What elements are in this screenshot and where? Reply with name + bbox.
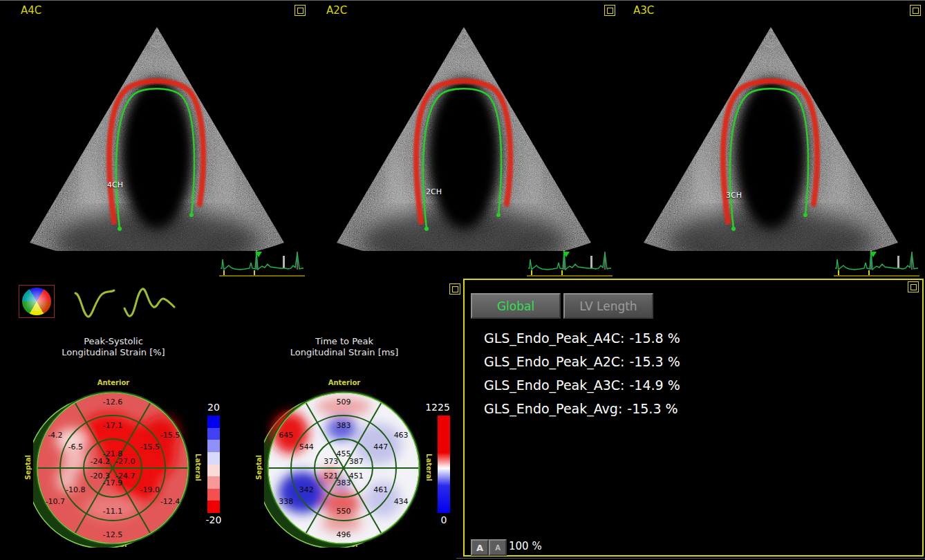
segment-value: 463 bbox=[394, 431, 409, 440]
maximize-icon-inner bbox=[607, 8, 613, 14]
tab-lv-length[interactable]: LV Length bbox=[563, 293, 653, 319]
gls-result-a4c: GLS_Endo_Peak_A4C:-15.8 % bbox=[484, 326, 680, 350]
strain-colorbar bbox=[207, 416, 220, 513]
ttp-colorbar bbox=[438, 416, 450, 513]
window-bottom-edge bbox=[456, 558, 925, 559]
panel-restore-icon-right[interactable] bbox=[908, 281, 919, 292]
colorbar-max-label: 1225 bbox=[422, 402, 453, 413]
maximize-icon-a3c[interactable] bbox=[604, 5, 615, 16]
chamber-label-2ch: 2CH bbox=[426, 187, 442, 196]
strain-curve-icon bbox=[71, 283, 117, 322]
segment-value: 434 bbox=[394, 497, 409, 506]
segment-value: 338 bbox=[279, 497, 293, 506]
color-wheel bbox=[22, 288, 51, 315]
segment-value: -17.1 bbox=[103, 421, 122, 430]
segment-value: 550 bbox=[337, 507, 351, 516]
segment-value: 373 bbox=[324, 456, 338, 465]
ecg-trace bbox=[527, 248, 613, 277]
septal-label: Septal bbox=[255, 455, 263, 480]
ttp-chart-title: Time to Peak Longitudinal Strain [ms] bbox=[257, 336, 431, 358]
segment-value: 383 bbox=[337, 421, 351, 430]
maximize-icon-inner bbox=[913, 8, 919, 14]
gls-result-a2c: GLS_Endo_Peak_A2C:-15.3 % bbox=[484, 350, 680, 373]
gls-results: GLS_Endo_Peak_A4C:-15.8 % GLS_Endo_Peak_… bbox=[484, 326, 680, 420]
segment-value: 496 bbox=[337, 530, 351, 539]
maximize-icon-right[interactable] bbox=[910, 5, 921, 16]
view-title-a2c: A2C bbox=[326, 4, 347, 17]
ecg-trace bbox=[834, 248, 919, 277]
font-size-small-button[interactable]: A bbox=[489, 539, 507, 556]
maximize-icon-a2c[interactable] bbox=[295, 5, 306, 16]
segment-value: -12.6 bbox=[103, 398, 122, 407]
view-title-a3c: A3C bbox=[633, 4, 654, 17]
segment-value: 544 bbox=[299, 442, 314, 451]
restore-icon-inner bbox=[452, 286, 458, 292]
chamber-label-4ch: 4CH bbox=[107, 180, 123, 189]
segment-value: 387 bbox=[349, 456, 364, 465]
segment-value: 447 bbox=[373, 442, 388, 451]
strain-bullseye-chart: -21.8-24.2-20.3-17.9-24.7-27.0-17.1-6.5-… bbox=[33, 389, 192, 548]
colorbar-min-label: -20 bbox=[199, 514, 228, 525]
segment-value: 342 bbox=[299, 485, 314, 494]
strain-chart-title: Peak-Systolic Longitudinal Strain [%] bbox=[26, 336, 200, 358]
colorbar-min-label: 0 bbox=[431, 514, 456, 525]
restore-icon-inner bbox=[910, 284, 917, 290]
window-top-edge bbox=[0, 0, 925, 1]
segment-value: -24.7 bbox=[115, 471, 135, 480]
gls-result-a3c: GLS_Endo_Peak_A3C:-14.9 % bbox=[484, 373, 680, 397]
lateral-label: Lateral bbox=[194, 454, 202, 481]
velocity-curve-icon bbox=[122, 283, 177, 322]
segment-value: 645 bbox=[279, 431, 293, 440]
segment-value: -12.4 bbox=[160, 497, 180, 506]
segment-value: -6.5 bbox=[68, 442, 83, 451]
anterior-label: Anterior bbox=[257, 379, 431, 386]
view-title-a4c: A4C bbox=[21, 4, 41, 17]
chamber-label-3ch: 3CH bbox=[726, 191, 742, 200]
segment-value: 461 bbox=[373, 485, 388, 494]
segment-value: 451 bbox=[349, 471, 364, 480]
panel-restore-icon-left[interactable] bbox=[449, 283, 460, 295]
font-size-large-button[interactable]: A bbox=[471, 539, 489, 556]
gls-result-avg: GLS_Endo_Peak_Avg:-15.3 % bbox=[484, 397, 680, 420]
tab-global[interactable]: Global bbox=[471, 293, 561, 319]
segment-value: 509 bbox=[337, 398, 351, 407]
ttp-bullseye-chart: 4553735213834513873835443425504614475096… bbox=[264, 389, 423, 548]
segment-value: -12.5 bbox=[103, 530, 122, 539]
anterior-label: Anterior bbox=[26, 379, 200, 386]
echo-image-a2c[interactable] bbox=[310, 23, 615, 251]
septal-label: Septal bbox=[24, 455, 32, 480]
colorbar-max-label: 20 bbox=[203, 402, 224, 413]
app-root: { "views": [ {"title": "A4C", "ch_label"… bbox=[0, 0, 925, 560]
echo-image-a4c[interactable] bbox=[3, 23, 308, 251]
zoom-level: 100 % bbox=[509, 540, 542, 552]
segment-value: -19.0 bbox=[140, 485, 159, 494]
segment-value: -10.7 bbox=[46, 497, 65, 506]
segment-value: -4.2 bbox=[48, 431, 62, 440]
segment-value: -10.8 bbox=[66, 485, 85, 494]
segment-value: -11.1 bbox=[103, 507, 122, 516]
echo-image-a3c[interactable] bbox=[617, 23, 922, 251]
segment-value: -15.5 bbox=[160, 431, 180, 440]
segment-value: -24.2 bbox=[91, 456, 110, 465]
lateral-label: Lateral bbox=[425, 454, 433, 481]
ecg-trace bbox=[219, 248, 305, 277]
color-wheel-icon[interactable] bbox=[19, 285, 55, 318]
segment-value: -27.0 bbox=[115, 456, 135, 465]
segment-value: -15.5 bbox=[140, 442, 159, 451]
maximize-icon-inner bbox=[297, 8, 303, 14]
